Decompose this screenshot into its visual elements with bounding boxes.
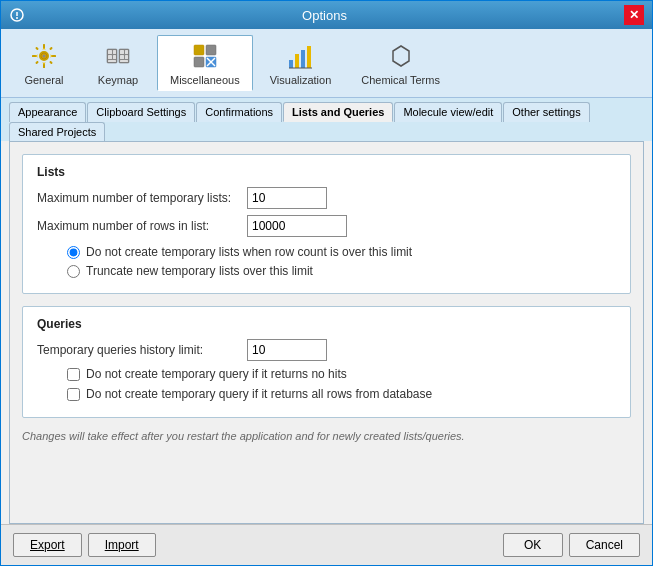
history-limit-label: Temporary queries history limit: (37, 343, 247, 357)
main-content: Lists Maximum number of temporary lists:… (9, 141, 644, 524)
svg-rect-24 (125, 55, 128, 59)
svg-rect-27 (206, 45, 216, 55)
svg-rect-28 (194, 57, 204, 67)
window-title: Options (25, 8, 624, 23)
cancel-button[interactable]: Cancel (569, 533, 640, 557)
svg-rect-13 (49, 61, 53, 65)
checkbox-all-rows[interactable] (67, 388, 80, 401)
toolbar-item-keymap[interactable]: Keymap (83, 35, 153, 91)
toolbar-item-chemical-terms[interactable]: Chemical Terms (348, 35, 453, 91)
misc-icon (189, 40, 221, 72)
toolbar-item-visualization[interactable]: Visualization (257, 35, 345, 91)
lists-section: Lists Maximum number of temporary lists:… (22, 154, 631, 294)
tab-clipboard[interactable]: Clipboard Settings (87, 102, 195, 122)
max-rows-row: Maximum number of rows in list: (37, 215, 616, 237)
svg-rect-17 (113, 50, 116, 54)
footer-left: Export Import (13, 533, 156, 557)
tab-lists-queries[interactable]: Lists and Queries (283, 102, 393, 122)
svg-rect-26 (194, 45, 204, 55)
svg-rect-25 (120, 60, 128, 62)
keymap-icon (102, 40, 134, 72)
chem-icon (385, 40, 417, 72)
title-bar: Options ✕ (1, 1, 652, 29)
svg-rect-21 (120, 50, 124, 54)
tab-other-settings[interactable]: Other settings (503, 102, 589, 122)
queries-section-title: Queries (37, 317, 616, 331)
svg-rect-20 (108, 60, 116, 62)
options-window: Options ✕ (0, 0, 653, 566)
checkbox-row-no-hits: Do not create temporary query if it retu… (67, 367, 616, 381)
radio-row-truncate: Truncate new temporary lists over this l… (67, 264, 616, 278)
vis-icon (284, 40, 316, 72)
export-button[interactable]: Export (13, 533, 82, 557)
history-limit-row: Temporary queries history limit: (37, 339, 616, 361)
svg-rect-8 (32, 55, 36, 57)
import-button[interactable]: Import (88, 533, 156, 557)
checkbox-no-hits[interactable] (67, 368, 80, 381)
checkbox-no-hits-label: Do not create temporary query if it retu… (86, 367, 347, 381)
tab-confirmations[interactable]: Confirmations (196, 102, 282, 122)
radio-group-lists: Do not create temporary lists when row c… (67, 245, 616, 278)
toolbar-vis-label: Visualization (270, 74, 332, 86)
checkbox-all-rows-label: Do not create temporary query if it retu… (86, 387, 432, 401)
max-rows-input[interactable] (247, 215, 347, 237)
radio-truncate[interactable] (67, 265, 80, 278)
svg-rect-34 (301, 50, 305, 68)
toolbar-item-general[interactable]: General (9, 35, 79, 91)
toolbar-misc-label: Miscellaneous (170, 74, 240, 86)
svg-rect-7 (43, 64, 45, 68)
toolbar-keymap-label: Keymap (98, 74, 138, 86)
max-temp-lists-row: Maximum number of temporary lists: (37, 187, 616, 209)
svg-rect-23 (120, 55, 124, 59)
window-icon (9, 7, 25, 23)
tab-appearance[interactable]: Appearance (9, 102, 86, 122)
ok-button[interactable]: OK (503, 533, 563, 557)
svg-point-2 (16, 17, 18, 19)
svg-rect-35 (307, 46, 311, 68)
max-rows-label: Maximum number of rows in list: (37, 219, 247, 233)
toolbar-item-miscellaneous[interactable]: Miscellaneous (157, 35, 253, 91)
svg-rect-32 (289, 60, 293, 68)
svg-rect-22 (125, 50, 128, 54)
svg-rect-19 (113, 55, 116, 59)
svg-rect-6 (43, 44, 45, 48)
history-limit-input[interactable] (247, 339, 327, 361)
svg-rect-10 (35, 47, 39, 51)
radio-row-no-create: Do not create temporary lists when row c… (67, 245, 616, 259)
toolbar-chem-label: Chemical Terms (361, 74, 440, 86)
note-text: Changes will take effect after you resta… (22, 430, 631, 442)
radio-truncate-label: Truncate new temporary lists over this l… (86, 264, 313, 278)
queries-section: Queries Temporary queries history limit:… (22, 306, 631, 418)
svg-rect-16 (108, 50, 112, 54)
svg-marker-37 (393, 46, 409, 66)
svg-rect-33 (295, 54, 299, 68)
svg-rect-9 (52, 55, 56, 57)
svg-rect-12 (35, 61, 39, 65)
toolbar-general-label: General (24, 74, 63, 86)
svg-point-5 (43, 55, 46, 58)
tab-molecule-view[interactable]: Molecule view/edit (394, 102, 502, 122)
svg-rect-11 (49, 47, 53, 51)
radio-no-create-label: Do not create temporary lists when row c… (86, 245, 412, 259)
tabs-bar: Appearance Clipboard Settings Confirmati… (1, 98, 652, 141)
toolbar: General Keymap (1, 29, 652, 98)
tab-shared-projects[interactable]: Shared Projects (9, 122, 105, 141)
radio-no-create[interactable] (67, 246, 80, 259)
max-temp-lists-label: Maximum number of temporary lists: (37, 191, 247, 205)
general-icon (28, 40, 60, 72)
svg-rect-18 (108, 55, 112, 59)
footer: Export Import OK Cancel (1, 524, 652, 565)
max-temp-lists-input[interactable] (247, 187, 327, 209)
checkbox-row-all-rows: Do not create temporary query if it retu… (67, 387, 616, 401)
footer-right: OK Cancel (503, 533, 640, 557)
close-button[interactable]: ✕ (624, 5, 644, 25)
lists-section-title: Lists (37, 165, 616, 179)
